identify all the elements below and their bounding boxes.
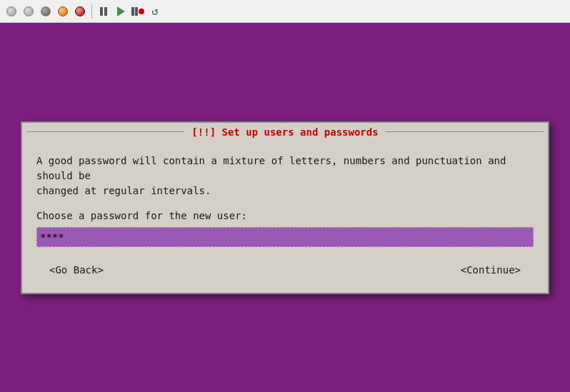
record-darkred-icon[interactable] <box>73 4 87 19</box>
dialog-titlebar: [!!] Set up users and passwords <box>22 122 548 142</box>
password-mask: **** <box>40 231 530 243</box>
dialog: [!!] Set up users and passwords A good p… <box>21 121 549 294</box>
dialog-title: [!!] Set up users and passwords <box>189 122 381 142</box>
capture-icon[interactable] <box>131 4 145 19</box>
dialog-content: A good password will contain a mixture o… <box>22 142 548 293</box>
main-area: [!!] Set up users and passwords A good p… <box>0 23 570 392</box>
record-red-icon[interactable] <box>56 4 70 19</box>
dialog-label: Choose a password for the new user: <box>36 210 534 221</box>
toolbar: ↺ <box>0 0 570 23</box>
toolbar-separator-1 <box>91 4 92 19</box>
stop-icon[interactable] <box>39 4 53 19</box>
continue-button[interactable]: <Continue> <box>455 261 526 278</box>
play-icon[interactable] <box>114 4 128 19</box>
undo-icon[interactable]: ↺ <box>148 4 162 19</box>
power-icon[interactable] <box>4 4 19 19</box>
pause-icon[interactable] <box>96 4 111 19</box>
reload-icon[interactable] <box>21 4 36 19</box>
password-field-container[interactable]: **** <box>36 227 534 247</box>
dialog-body-text: A good password will contain a mixture o… <box>36 154 534 198</box>
go-back-button[interactable]: <Go Back> <box>44 261 109 278</box>
title-line-left <box>26 131 184 132</box>
title-line-right <box>386 131 544 132</box>
dialog-buttons: <Go Back> <Continue> <box>36 261 534 278</box>
